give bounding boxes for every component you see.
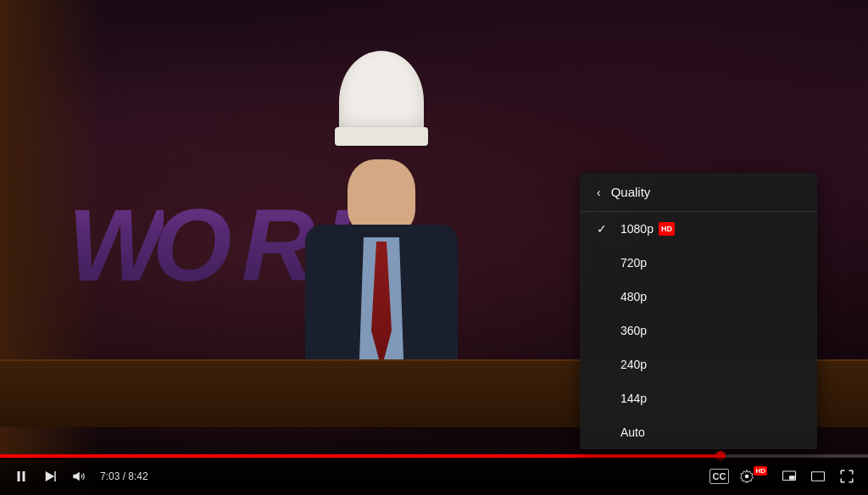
next-icon: [42, 469, 58, 484]
quality-label: 144p: [620, 392, 647, 405]
volume-button[interactable]: [68, 465, 90, 487]
quality-option-360p[interactable]: 360p: [580, 314, 817, 348]
quality-label: Auto: [620, 425, 645, 439]
next-button[interactable]: [39, 465, 61, 487]
pause-icon: [14, 469, 29, 484]
quality-label: 1080p: [620, 222, 654, 236]
quality-label: 720p: [620, 256, 647, 270]
quality-label: 240p: [620, 358, 647, 371]
theater-icon: [810, 469, 826, 484]
video-player[interactable]: W O R K: [0, 0, 868, 495]
volume-icon: [71, 469, 86, 484]
check-icon: ✓: [597, 222, 614, 236]
svg-rect-1: [23, 471, 25, 481]
hd-badge: HD: [659, 222, 675, 236]
quality-menu: ‹ Quality ✓1080pHD720p480p360p240p144pAu…: [580, 173, 817, 449]
quality-label: 360p: [620, 324, 647, 337]
svg-rect-7: [789, 476, 795, 480]
svg-rect-3: [54, 471, 56, 481]
back-chevron-icon: ‹: [597, 186, 601, 199]
quality-menu-header[interactable]: ‹ Quality: [580, 173, 817, 212]
svg-marker-4: [73, 472, 80, 481]
theater-button[interactable]: [807, 465, 829, 487]
svg-rect-8: [812, 472, 825, 481]
fullscreen-icon: [839, 469, 854, 484]
controls-bar: 7:03 / 8:42 CC HD: [0, 458, 868, 495]
quality-option-auto[interactable]: Auto: [580, 415, 817, 449]
quality-option-480p[interactable]: 480p: [580, 280, 817, 314]
hd-settings-badge: HD: [754, 466, 767, 476]
svg-point-5: [745, 475, 749, 479]
fullscreen-button[interactable]: [836, 465, 858, 487]
quality-option-144p[interactable]: 144p: [580, 381, 817, 415]
cc-button[interactable]: CC: [709, 469, 730, 484]
miniplayer-button[interactable]: [778, 465, 800, 487]
settings-wrap: HD: [736, 465, 771, 487]
svg-rect-0: [18, 471, 20, 481]
settings-icon: [739, 469, 754, 484]
quality-label: 480p: [620, 290, 647, 303]
quality-option-1080p[interactable]: ✓1080pHD: [580, 212, 817, 246]
quality-menu-title: Quality: [611, 185, 651, 199]
cc-label: CC: [713, 470, 726, 482]
quality-option-240p[interactable]: 240p: [580, 348, 817, 381]
quality-options-list: ✓1080pHD720p480p360p240p144pAuto: [580, 212, 817, 449]
time-display: 7:03 / 8:42: [100, 470, 148, 482]
svg-marker-2: [46, 471, 55, 481]
play-pause-button[interactable]: [10, 465, 32, 487]
miniplayer-icon: [782, 469, 797, 484]
quality-option-720p[interactable]: 720p: [580, 246, 817, 280]
